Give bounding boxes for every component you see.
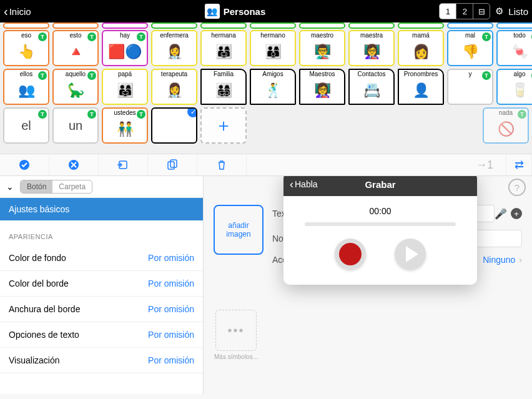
board-cell-eso[interactable]: eso👆T [3,30,49,66]
seg-button[interactable]: Botón [21,180,52,193]
board-cell-Maestros[interactable]: Maestros👩‍🏫 [299,69,345,105]
record-time: 00:00 [283,206,477,216]
board-cell-algo[interactable]: algo🥛T [496,69,532,105]
cell-image: 📇 [352,77,392,104]
cell-image: 🚫 [486,116,526,142]
popover-back-label: Habla [295,179,318,189]
setting-opciones-de-texto[interactable]: Opciones de textoPor omisión [0,322,203,348]
board-cell-ellos[interactable]: ellos👥T [3,69,49,105]
popover-header: ‹ Habla Grabar [283,176,477,196]
settings-rows: Color de fondoPor omisiónColor del borde… [0,245,203,373]
setting-visualización[interactable]: VisualizaciónPor omisión [0,348,203,373]
back-button[interactable]: ‹ Inicio [4,5,31,17]
board-cell-esto[interactable]: esto🔺T [52,30,99,66]
board-cell-maestro[interactable]: maestro👨‍🏫 [299,30,345,66]
board-cell-Amigos[interactable]: Amigos🕺 [250,69,296,105]
cell-label: Maestros [300,71,344,77]
import-button[interactable] [99,154,148,175]
cell-label: maestro [300,32,344,39]
settings-top: ⌄ Botón Carpeta [0,176,203,198]
board-cell-todo[interactable]: todo🍬T [496,30,532,66]
board-cell-ustedes[interactable]: ustedes👬T [102,107,148,144]
lower-panes: ⌄ Botón Carpeta Ajustes básicos APARIENC… [0,176,532,394]
board-cell-peek[interactable] [52,22,99,29]
board: eso👆Testo🔺Thay🟥🔵Tenfermera👩‍⚕️hermana👨‍👩… [0,22,532,154]
select-all-button[interactable] [0,154,49,175]
cell-image: 🥛 [500,77,533,104]
basic-settings-header: Ajustes básicos [0,198,203,220]
board-cell-enfermera[interactable]: enfermera👩‍⚕️ [151,30,197,66]
chevron-down-icon[interactable]: ⌄ [6,182,14,192]
more-symbols-label: Más símbolos... [214,353,259,361]
board-cell-mamá[interactable]: mamá👩 [398,30,444,66]
more-symbols[interactable]: ••• Más símbolos... [214,310,259,361]
record-popover: ‹ Habla Grabar 00:00 [283,176,477,285]
more-symbols-box[interactable]: ••• [215,310,257,351]
board-cell-terapeuta[interactable]: terapeuta👩‍⚕️ [151,69,197,105]
settings-pane: ⌄ Botón Carpeta Ajustes básicos APARIENC… [0,176,204,394]
board-cell-Familia[interactable]: Familia👨‍👩‍👧‍👦 [200,69,247,105]
board-cell-mal[interactable]: mal👎T [447,30,493,66]
setting-color-del-borde[interactable]: Color del bordePor omisión [0,271,203,297]
board-cell-hermano[interactable]: hermano👨‍👩‍👦 [250,30,296,66]
board-cell-el[interactable]: elT [3,107,49,144]
board-cell-peek[interactable] [102,22,148,29]
copy-button[interactable] [148,154,197,175]
template-badge-icon: T [482,71,491,80]
board-cell-blank[interactable]: ＋ [200,107,247,144]
board-cell-nada[interactable]: nada🚫T [483,107,529,144]
board-cell-papá[interactable]: papá👨‍👩‍👧 [102,69,148,105]
board-cell-aquello[interactable]: aquello🦕T [52,69,99,105]
swap-button[interactable]: ⇄ [506,154,532,175]
board-cell-peek[interactable] [348,22,395,29]
popover-back-button[interactable]: ‹ Habla [290,178,318,191]
button-folder-segmented[interactable]: Botón Carpeta [20,180,92,194]
board-cell-peek[interactable] [250,22,296,29]
gear-icon[interactable]: ⚙ [495,6,503,17]
page-1[interactable]: 1 [440,4,456,19]
board-cell-peek[interactable] [496,22,532,29]
board-cell-peek[interactable] [3,22,49,29]
help-button[interactable]: ? [508,179,526,196]
board-cell-y[interactable]: y T [447,69,493,105]
done-button[interactable]: Listo [508,6,528,17]
cell-label: algo [498,71,532,77]
seg-folder[interactable]: Carpeta [52,180,92,193]
board-cell-un[interactable]: unT [52,107,99,144]
board-cell-peek[interactable] [398,22,444,29]
board-cell-maestra[interactable]: maestra👩‍🏫 [348,30,395,66]
board-cell-peek[interactable] [151,22,197,29]
template-badge-icon: T [137,32,145,41]
chevron-left-icon: ‹ [290,178,293,191]
record-button[interactable] [335,239,366,270]
board-cell-blank[interactable]: ✓ [151,107,197,144]
deselect-all-button[interactable] [49,154,99,175]
page-save-icon[interactable]: ⊟ [473,4,490,19]
board-cell-hay[interactable]: hay🟥🔵T [102,30,148,66]
title-icon: 👥 [205,4,220,19]
go-to-page-1-button[interactable]: →1 [247,154,506,175]
plus-icon[interactable]: + [511,208,522,219]
setting-anchura-del-borde[interactable]: Anchura del bordePor omisión [0,297,203,322]
board-cell-peek[interactable] [299,22,345,29]
popover-body: 00:00 [283,196,477,285]
board-cell-hermana[interactable]: hermana👨‍👩‍👧 [200,30,247,66]
record-buttons [283,239,477,270]
board-cell-peek[interactable] [200,22,247,29]
play-button[interactable] [395,239,426,270]
mic-icon[interactable]: 🎤 [495,208,507,220]
setting-color-de-fondo[interactable]: Color de fondoPor omisión [0,245,203,271]
add-image-button[interactable]: añadir imagen [214,205,264,255]
cell-label: Amigos [251,71,295,77]
board-cell-Pronombres[interactable]: Pronombres👤 [398,69,444,105]
template-badge-icon: T [518,110,526,119]
board-cell-peek[interactable] [447,22,493,29]
board-cell-Contactos[interactable]: Contactos📇 [348,69,395,105]
template-badge-icon: T [87,110,96,119]
cell-label: hermana [202,32,245,39]
cell-label: papá [103,71,147,77]
page-2[interactable]: 2 [456,4,473,19]
editor-pane: ? añadir imagen Texto 🎤 + Nombre [204,176,532,394]
trash-button[interactable] [197,154,247,175]
page-segmented[interactable]: 1 2 ⊟ [439,3,490,19]
